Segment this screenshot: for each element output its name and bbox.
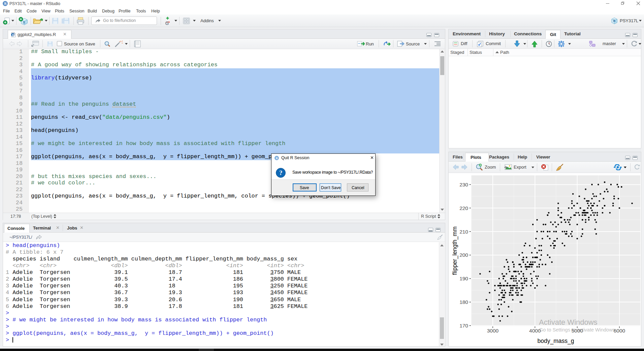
svg-text:Activate Windows: Activate Windows xyxy=(539,318,598,326)
svg-text:230: 230 xyxy=(459,182,468,187)
svg-text:R: R xyxy=(12,33,14,37)
svg-text:flipper_length_mm: flipper_length_mm xyxy=(451,226,458,275)
svg-text:170: 170 xyxy=(459,323,468,328)
svg-text:Go to Settings to activate Win: Go to Settings to activate Windows xyxy=(539,327,615,332)
svg-text:210: 210 xyxy=(459,229,468,235)
svg-text:3000: 3000 xyxy=(487,328,499,334)
svg-text:body_mass_g: body_mass_g xyxy=(538,338,574,345)
svg-text:6000: 6000 xyxy=(614,328,625,334)
svg-text:190: 190 xyxy=(459,276,468,281)
svg-text:200: 200 xyxy=(459,252,468,258)
svg-text:180: 180 xyxy=(459,299,468,305)
svg-text:R: R xyxy=(23,20,26,24)
svg-text:R: R xyxy=(613,19,616,23)
svg-text:G: G xyxy=(165,21,169,25)
svg-text:220: 220 xyxy=(459,205,468,211)
